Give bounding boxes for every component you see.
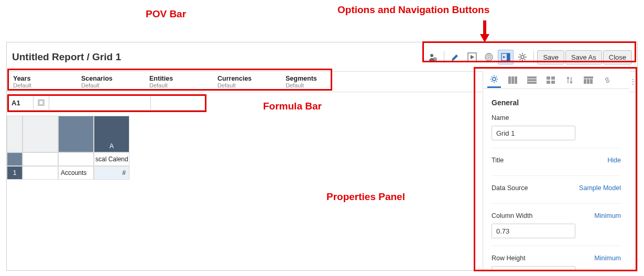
close-button[interactable]: Close xyxy=(603,50,632,64)
svg-rect-15 xyxy=(527,76,537,79)
page-title: Untitled Report / Grid 1 xyxy=(12,51,121,63)
grip-icon[interactable]: ⋮ xyxy=(629,72,637,92)
pov-sub: Default xyxy=(149,82,211,89)
formula-bar: A1 xyxy=(7,95,206,111)
grid-cell[interactable]: Accounts xyxy=(58,166,94,180)
svg-rect-24 xyxy=(587,79,590,84)
gear-icon[interactable] xyxy=(515,50,530,64)
pov-item-scenarios[interactable]: Scenarios Default xyxy=(78,72,146,92)
svg-point-5 xyxy=(488,57,490,58)
play-icon[interactable] xyxy=(464,50,480,64)
pov-sub: Default xyxy=(81,82,143,89)
report-editor: Untitled Report / Grid 1 Save S xyxy=(6,42,638,271)
pov-label: Years xyxy=(13,75,75,82)
svg-rect-19 xyxy=(551,76,555,80)
toolbar: Save Save As Close xyxy=(425,50,632,64)
save-button[interactable]: Save xyxy=(537,50,564,64)
pov-item-years[interactable]: Years Default xyxy=(10,72,78,92)
tab-general-icon[interactable] xyxy=(487,72,501,88)
pov-item-segments[interactable]: Segments Default xyxy=(282,72,351,92)
pov-label: Entities xyxy=(149,75,211,82)
row-header-1[interactable]: 1 xyxy=(7,166,23,180)
column-width-link[interactable]: Minimum xyxy=(594,212,621,219)
column-header-a[interactable]: A xyxy=(94,116,129,152)
svg-rect-18 xyxy=(547,76,550,80)
pov-item-currencies[interactable]: Currencies Default xyxy=(214,72,282,92)
row-height-input[interactable] xyxy=(492,266,575,270)
pov-label: Currencies xyxy=(217,75,279,82)
svg-rect-7 xyxy=(507,53,510,61)
svg-point-8 xyxy=(521,56,524,59)
pencil-icon[interactable] xyxy=(447,50,463,64)
grid-cell[interactable]: # xyxy=(94,166,129,180)
pov-label: Scenarios xyxy=(81,75,143,82)
properties-panel: General Name Title Hide Data Source Samp… xyxy=(483,71,629,270)
column-width-input[interactable] xyxy=(492,224,575,238)
svg-rect-21 xyxy=(551,81,555,84)
svg-rect-13 xyxy=(511,76,514,84)
save-as-button[interactable]: Save As xyxy=(565,50,602,64)
tab-grid-icon[interactable] xyxy=(544,73,558,87)
svg-rect-22 xyxy=(584,76,593,79)
svg-rect-16 xyxy=(527,79,537,81)
name-input[interactable] xyxy=(492,126,575,140)
title-label: Title xyxy=(492,157,504,164)
pov-label: Segments xyxy=(286,75,347,82)
row-height-link[interactable]: Minimum xyxy=(594,255,621,262)
svg-rect-25 xyxy=(590,79,593,84)
name-label: Name xyxy=(492,114,621,122)
title-hide-link[interactable]: Hide xyxy=(607,157,621,164)
tab-sort-icon[interactable] xyxy=(563,73,576,87)
select-grid-icon[interactable] xyxy=(34,95,49,110)
target-icon[interactable] xyxy=(481,50,497,64)
data-source-label: Data Source xyxy=(492,184,528,192)
properties-tabs xyxy=(483,71,629,89)
pov-sub: Default xyxy=(286,82,347,89)
pov-sub: Default xyxy=(13,82,75,89)
tab-link-icon[interactable] xyxy=(601,73,614,87)
grid-cell[interactable]: scal Calend xyxy=(94,152,129,166)
annotation-nav-buttons: Options and Navigation Buttons xyxy=(337,4,489,16)
user-icon[interactable] xyxy=(425,50,441,64)
pov-sub: Default xyxy=(217,82,279,89)
column-width-label: Column Width xyxy=(492,212,533,219)
data-source-link[interactable]: Sample Model xyxy=(579,184,621,192)
svg-rect-17 xyxy=(527,82,537,84)
properties-section-title: General xyxy=(492,98,621,107)
panel-toggle-icon[interactable] xyxy=(498,50,514,64)
formula-input[interactable] xyxy=(53,95,146,110)
svg-rect-23 xyxy=(584,79,586,84)
cell-reference[interactable]: A1 xyxy=(7,95,34,110)
grid-designer: A scal Calend 1 Accounts # xyxy=(7,116,130,180)
formula-input-2[interactable] xyxy=(155,95,201,110)
svg-rect-20 xyxy=(547,81,550,84)
row-height-label: Row Height xyxy=(492,255,526,262)
svg-rect-10 xyxy=(39,101,43,104)
tab-layout-icon[interactable] xyxy=(582,73,595,87)
svg-rect-14 xyxy=(515,76,517,84)
tab-columns-icon[interactable] xyxy=(506,73,520,87)
svg-point-11 xyxy=(493,78,496,81)
pov-item-entities[interactable]: Entities Default xyxy=(146,72,214,92)
annotation-pov-bar: POV Bar xyxy=(146,8,186,20)
svg-rect-12 xyxy=(508,76,511,84)
svg-point-0 xyxy=(430,54,433,57)
tab-rows-icon[interactable] xyxy=(525,73,539,87)
